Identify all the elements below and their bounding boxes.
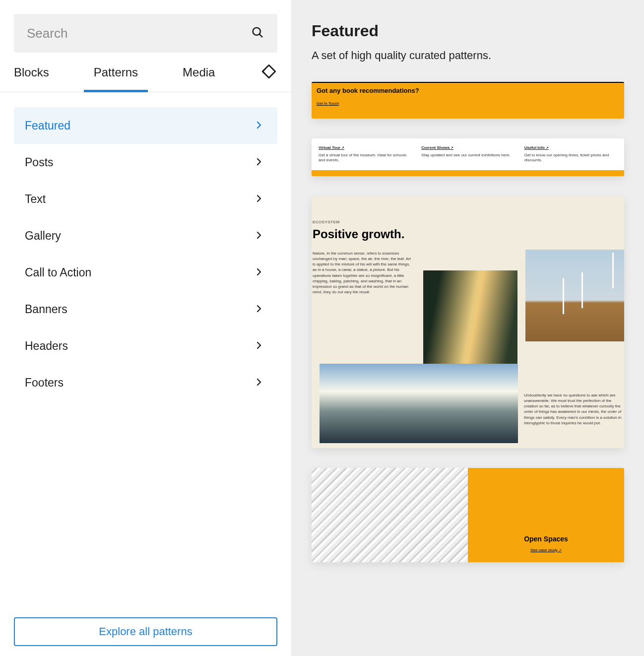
pattern-heading: Got any book recommendations? xyxy=(317,87,619,94)
cta-title: Open Spaces xyxy=(524,535,568,543)
patterns-preview-panel: Featured A set of high quality curated p… xyxy=(292,0,644,656)
search-container xyxy=(0,0,291,53)
body-text-1: Nature, in the common sense, refers to e… xyxy=(313,251,412,295)
pattern-preview-positive-growth[interactable]: ECOSYSTEM Positive growth. Nature, in th… xyxy=(312,196,624,448)
category-label: Text xyxy=(25,193,46,206)
chevron-right-icon xyxy=(255,376,263,390)
category-item-call-to-action[interactable]: Call to Action xyxy=(14,254,277,291)
preview-subtitle: A set of high quality curated patterns. xyxy=(312,49,624,62)
category-label: Posts xyxy=(25,156,54,169)
image-coast xyxy=(320,364,518,443)
image-pattern-lines xyxy=(312,468,468,562)
pattern-link: Get In Touch xyxy=(317,101,619,106)
pattern-preview-info-columns[interactable]: Virtual Tour Get a virtual tour of the m… xyxy=(312,138,624,176)
tab-blocks[interactable]: Blocks xyxy=(14,53,49,92)
detach-icon[interactable] xyxy=(260,63,277,82)
image-windmills xyxy=(525,250,624,341)
category-label: Headers xyxy=(25,339,68,353)
chevron-right-icon xyxy=(255,229,263,243)
explore-container: Explore all patterns xyxy=(0,607,291,656)
pattern-preview-open-spaces[interactable]: Open Spaces See case study xyxy=(312,468,624,562)
chevron-right-icon xyxy=(255,339,263,353)
chevron-right-icon xyxy=(255,119,263,132)
column-text: Get to know our opening times, ticket pr… xyxy=(524,153,617,163)
headline-text: Positive growth. xyxy=(313,227,624,241)
chevron-right-icon xyxy=(255,266,263,279)
category-label: Gallery xyxy=(25,229,61,243)
category-label: Footers xyxy=(25,376,64,390)
search-input[interactable] xyxy=(27,26,251,41)
category-item-footers[interactable]: Footers xyxy=(14,364,277,401)
column-header: Useful Info xyxy=(524,145,617,150)
accent-bar xyxy=(312,170,624,176)
body-text-2: Undoubtedly we have no questions to ask … xyxy=(524,393,623,426)
category-item-headers[interactable]: Headers xyxy=(14,328,277,364)
tab-media[interactable]: Media xyxy=(183,53,215,92)
search-icon xyxy=(251,25,264,41)
search-box[interactable] xyxy=(14,14,277,53)
chevron-right-icon xyxy=(255,303,263,316)
category-item-text[interactable]: Text xyxy=(14,181,277,217)
tab-patterns[interactable]: Patterns xyxy=(94,53,138,92)
category-label: Banners xyxy=(25,303,67,316)
column-header: Virtual Tour xyxy=(319,145,411,150)
tab-bar: Blocks Patterns Media xyxy=(0,53,291,92)
category-list: FeaturedPostsTextGalleryCall to ActionBa… xyxy=(0,92,291,607)
category-label: Featured xyxy=(25,119,70,132)
category-item-gallery[interactable]: Gallery xyxy=(14,217,277,254)
column-text: Get a virtual tour of the museum. Ideal … xyxy=(319,153,411,163)
category-label: Call to Action xyxy=(25,266,91,279)
pattern-columns: Virtual Tour Get a virtual tour of the m… xyxy=(312,138,624,170)
cta-link: See case study xyxy=(530,548,562,552)
preview-title: Featured xyxy=(312,22,624,40)
pattern-preview-cta-banner[interactable]: Got any book recommendations? Get In Tou… xyxy=(312,82,624,119)
chevron-right-icon xyxy=(255,156,263,169)
chevron-right-icon xyxy=(255,193,263,206)
category-item-posts[interactable]: Posts xyxy=(14,144,277,181)
cta-panel: Open Spaces See case study xyxy=(468,468,624,562)
category-item-banners[interactable]: Banners xyxy=(14,291,277,328)
eyebrow-text: ECOSYSTEM xyxy=(313,220,624,224)
explore-all-patterns-button[interactable]: Explore all patterns xyxy=(14,617,277,646)
column-text: Stay updated and see our current exhibit… xyxy=(421,153,514,158)
inserter-sidebar: Blocks Patterns Media FeaturedPostsTextG… xyxy=(0,0,292,656)
category-item-featured[interactable]: Featured xyxy=(14,107,277,144)
column-header: Current Shows xyxy=(421,145,514,150)
